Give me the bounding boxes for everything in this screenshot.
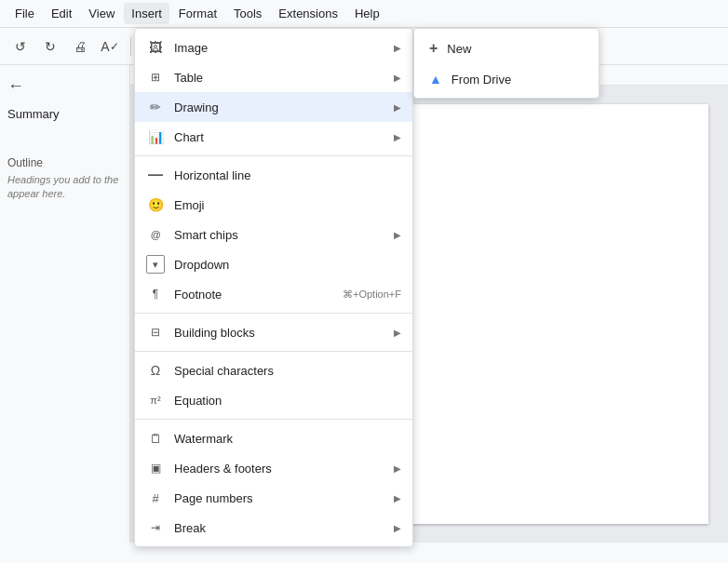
menu-file[interactable]: File [7,3,42,24]
insert-dropdown-item[interactable]: ▾ Dropdown [135,249,412,279]
sidebar-outline-desc: Headings you add to the appear here. [7,173,122,202]
page-numbers-label: Page numbers [174,491,390,505]
chart-label: Chart [174,130,390,144]
image-icon: 🖼 [146,38,165,57]
spell-check-button[interactable]: A✓ [97,34,123,60]
drawing-arrow: ▶ [394,102,401,113]
smart-chips-arrow: ▶ [394,230,401,240]
special-chars-icon: Ω [146,361,165,380]
dropdown-icon: ▾ [146,255,165,274]
undo-button[interactable]: ↺ [7,34,34,60]
headers-footers-icon: ▣ [146,459,165,477]
sidebar-outline-label: Outline [7,156,122,169]
drawing-label: Drawing [174,101,390,114]
horizontal-line-label: Horizontal line [174,168,401,182]
insert-page-numbers-item[interactable]: # Page numbers ▶ [135,483,412,513]
insert-break-item[interactable]: ⇥ Break ▶ [135,513,412,543]
sidebar: ← Summary Outline Headings you add to th… [0,65,130,543]
divider-4 [135,419,412,420]
page-numbers-arrow: ▶ [394,493,401,503]
break-icon: ⇥ [146,518,165,537]
menu-tools[interactable]: Tools [226,3,269,24]
menu-extensions[interactable]: Extensions [271,3,345,24]
insert-menu-dropdown: 🖼 Image ▶ ⊞ Table ▶ ✏ Drawing ▶ 📊 Chart … [134,28,413,547]
insert-table-item[interactable]: ⊞ Table ▶ [135,62,412,92]
smart-chips-label: Smart chips [174,228,390,242]
footnote-label: Footnote [174,288,335,302]
drawing-new-item[interactable]: + New [414,33,599,64]
redo-button[interactable]: ↻ [37,34,63,60]
from-drive-icon: ▲ [429,72,442,87]
emoji-label: Emoji [174,198,401,212]
image-label: Image [174,41,390,55]
break-arrow: ▶ [394,523,401,533]
menu-edit[interactable]: Edit [44,3,79,24]
dropdown-label: Dropdown [174,258,401,272]
insert-chart-item[interactable]: 📊 Chart ▶ [135,122,412,152]
chart-arrow: ▶ [394,132,401,142]
insert-drawing-item[interactable]: ✏ Drawing ▶ [135,92,412,122]
break-label: Break [174,521,390,535]
menu-insert[interactable]: Insert [124,3,169,24]
horizontal-line-icon: — [146,166,165,184]
footnote-icon: ¶ [146,285,165,303]
special-chars-label: Special characters [174,364,401,378]
drawing-from-drive-item[interactable]: ▲ From Drive [414,64,599,94]
building-blocks-icon: ⊟ [146,323,165,342]
insert-building-blocks-item[interactable]: ⊟ Building blocks ▶ [135,317,412,347]
insert-image-item[interactable]: 🖼 Image ▶ [135,33,412,62]
building-blocks-label: Building blocks [174,326,390,340]
watermark-icon: 🗒 [146,429,165,448]
building-blocks-arrow: ▶ [394,328,401,338]
from-drive-label: From Drive [452,73,511,87]
equation-label: Equation [174,394,401,408]
chart-icon: 📊 [146,127,165,146]
insert-special-chars-item[interactable]: Ω Special characters [135,355,412,385]
divider-2 [135,313,412,314]
new-drawing-icon: + [429,40,438,57]
page-numbers-icon: # [146,489,165,507]
drawing-icon: ✏ [146,98,165,116]
equation-icon: π² [146,391,165,409]
menu-bar: File Edit View Insert Format Tools Exten… [0,0,728,28]
insert-horizontal-line-item[interactable]: — Horizontal line [135,160,412,190]
image-arrow: ▶ [394,43,401,53]
divider-3 [135,351,412,352]
insert-equation-item[interactable]: π² Equation [135,385,412,415]
menu-format[interactable]: Format [171,3,224,24]
menu-help[interactable]: Help [347,3,387,24]
table-icon: ⊞ [146,68,165,87]
drawing-submenu: + New ▲ From Drive [413,28,600,99]
insert-smart-chips-item[interactable]: @ Smart chips ▶ [135,220,412,249]
insert-watermark-item[interactable]: 🗒 Watermark [135,423,412,453]
headers-footers-label: Headers & footers [174,462,390,476]
footnote-shortcut: ⌘+Option+F [343,288,401,301]
headers-footers-arrow: ▶ [394,463,401,474]
emoji-icon: 🙂 [146,195,165,214]
toolbar-divider [130,37,131,56]
watermark-label: Watermark [174,432,401,446]
table-arrow: ▶ [394,73,401,83]
menu-view[interactable]: View [81,3,122,24]
sidebar-summary-label: Summary [7,107,122,121]
print-button[interactable]: 🖨 [67,34,93,60]
insert-emoji-item[interactable]: 🙂 Emoji [135,190,412,220]
insert-headers-footers-item[interactable]: ▣ Headers & footers ▶ [135,453,412,483]
insert-footnote-item[interactable]: ¶ Footnote ⌘+Option+F [135,279,412,309]
divider-1 [135,155,412,156]
table-label: Table [174,71,390,85]
smart-chips-icon: @ [146,225,165,244]
sidebar-back-button[interactable]: ← [7,76,122,96]
new-drawing-label: New [447,42,471,56]
